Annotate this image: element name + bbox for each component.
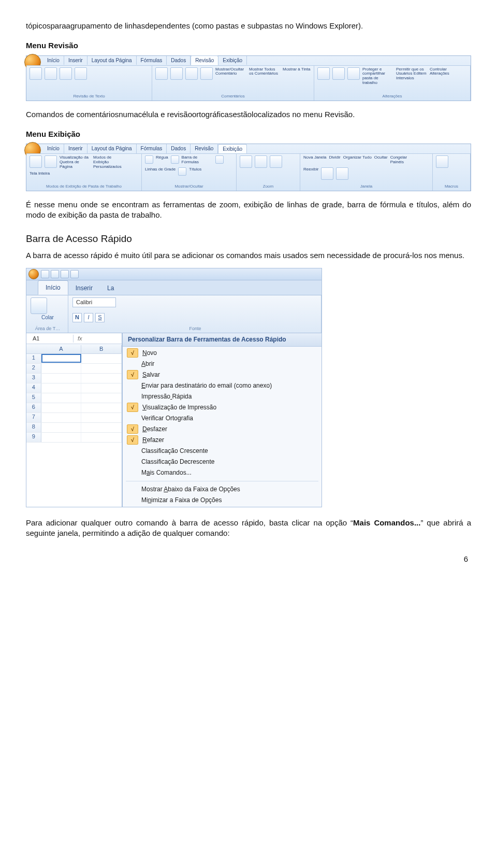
qa-menu-item[interactable]: √Novo [123, 348, 321, 359]
cell [81, 393, 122, 403]
label: Ocultar [374, 155, 388, 160]
group-label: Alterações [317, 93, 467, 99]
qa-item-label: Enviar para destinatário do email (como … [141, 381, 272, 390]
qa-menu-item[interactable]: √Refazer [123, 435, 321, 446]
group-label: Macros [436, 183, 467, 190]
heading-menu-revisao: Menu Revisão [26, 40, 471, 51]
cell [81, 433, 122, 442]
tool-icon [75, 67, 87, 80]
normal-view-icon [30, 155, 42, 168]
body-exibicao: É nesse menu onde se encontram as ferram… [26, 200, 471, 221]
body-revisao: Comandos de comentáriosnumacélula e revi… [26, 109, 471, 120]
check-slot [127, 468, 137, 477]
qa-menu-item[interactable]: Impressão Rápida [123, 391, 321, 402]
check-slot [127, 392, 137, 401]
tab: Dados [167, 56, 191, 65]
qa-tab-inserir: Inserir [68, 281, 100, 295]
qa-tab-inicio: Início [38, 280, 68, 295]
check-slot [127, 381, 137, 390]
label: Tela Inteira [30, 172, 50, 176]
zoom-selection-icon [270, 155, 282, 168]
zoom-icon [240, 155, 252, 168]
cell [41, 423, 82, 432]
qa-menu-item[interactable]: Enviar para destinatário do email (como … [123, 380, 321, 391]
check-icon [178, 167, 186, 176]
cell [81, 364, 122, 373]
qa-menu-item[interactable]: Minimizar a Faixa de Opções [123, 495, 321, 506]
check-slot [127, 360, 137, 368]
row-head: 3 [26, 374, 41, 383]
closing-bold: Mais Comandos... [353, 518, 420, 527]
next-icon [200, 67, 213, 80]
page-number: 6 [26, 554, 471, 564]
qa-item-label: Minimizar a Faixa de Opções [141, 496, 222, 504]
label: Congelar Painéis [390, 155, 421, 165]
label: Nova Janela [303, 155, 326, 160]
protect-workbook-icon [332, 67, 345, 80]
label: Proteger e compartilhar pasta de trabalh… [362, 67, 393, 86]
qa-menu-item[interactable]: √Desfazer [123, 424, 321, 435]
qa-menu-item[interactable]: Classificação Crescente [123, 446, 321, 457]
label: Barra de Fórmulas [182, 155, 213, 165]
tab: Início [43, 144, 64, 153]
qa-item-label: Novo [142, 349, 157, 357]
qa-item-label: Verificar Ortografia [141, 414, 193, 422]
qa-item-label: Mostrar Abaixo da Faixa de Opções [141, 485, 240, 493]
name-box: A1 [26, 335, 74, 343]
tab: Layout da Página [87, 144, 137, 153]
qa-icon [61, 270, 69, 278]
qa-screenshot: Início Inserir La Colar Área de T… Calib… [26, 268, 322, 507]
cell [81, 383, 122, 393]
label: Visualização da Quebra de Página [60, 155, 91, 169]
macros-icon [436, 155, 448, 168]
qa-menu-item[interactable]: Mostrar Abaixo da Faixa de Opções [123, 484, 321, 495]
office-orb-icon [28, 269, 39, 279]
check-slot [127, 447, 137, 455]
cell [81, 354, 122, 363]
qa-item-label: Classificação Crescente [141, 447, 208, 455]
page-layout-icon [45, 155, 57, 168]
group-label: Modos de Exibição de Pasta de Trabalho [30, 183, 138, 190]
group-label: Revisão de Texto [30, 93, 149, 99]
closing-a: Para adicionar qualquer outro comando à … [26, 518, 353, 527]
tab: Revisão [191, 144, 218, 153]
check-slot [127, 414, 137, 422]
qa-item-label: Salvar [142, 371, 160, 379]
body-barra-rapido: A barra de acesso rápido é muito útil pa… [26, 250, 471, 261]
check-icon: √ [127, 403, 138, 412]
qa-menu-item[interactable]: Mais Comandos... [123, 467, 321, 478]
tab: Fórmulas [137, 144, 167, 153]
qa-menu-item[interactable]: Abrir [123, 359, 321, 369]
cell [81, 413, 122, 422]
label: Controlar Alterações [430, 67, 461, 77]
qa-menu-item[interactable]: √Salvar [123, 369, 321, 380]
tab: Fórmulas [137, 56, 167, 65]
check-slot [127, 496, 137, 504]
cell [41, 383, 82, 393]
check-slot [127, 485, 137, 493]
check-icon: √ [127, 424, 138, 434]
qa-menu-item[interactable]: √Visualização de Impressão [123, 402, 321, 413]
tab: Exibição [218, 56, 247, 65]
cell [41, 354, 82, 363]
qa-item-label: Mais Comandos... [141, 468, 192, 477]
cell [81, 374, 122, 383]
cell [41, 413, 82, 422]
tool-icon [30, 67, 42, 80]
qa-menu-item[interactable]: Verificar Ortografia [123, 413, 321, 424]
row-head: 1 [26, 354, 41, 363]
check-icon: √ [127, 435, 138, 445]
qa-icon [41, 270, 49, 278]
group-font: Fonte [72, 325, 318, 332]
ribbon-tabs-exibicao: Início Inserir Layout da Página Fórmulas… [43, 144, 247, 153]
check-icon [145, 155, 153, 164]
row-head: 9 [26, 433, 41, 442]
label: Modos de Exibição Personalizados [93, 155, 124, 169]
qa-menu-item[interactable]: Classificação Decrescente [123, 457, 321, 467]
qa-dropdown-icon [70, 270, 79, 278]
group-label: Comentários [155, 93, 311, 99]
label: Mostrar/Ocultar Comentário [215, 67, 246, 77]
qa-popup-title: Personalizar Barra de Ferramentas de Ace… [123, 333, 321, 346]
tool-icon [45, 67, 57, 80]
zoom-100-icon [255, 155, 267, 168]
